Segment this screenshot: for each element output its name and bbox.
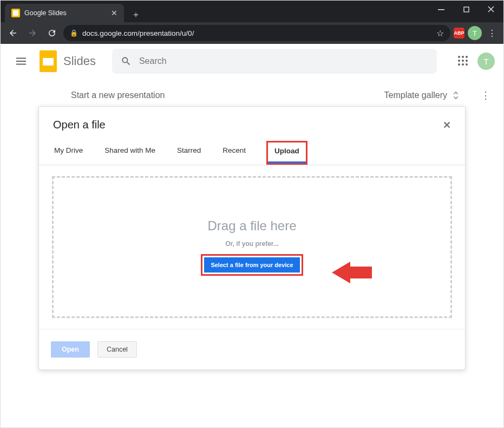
tab-my-drive[interactable]: My Drive	[53, 142, 84, 165]
drop-zone-title: Drag a file here	[207, 218, 296, 234]
search-icon	[121, 56, 132, 67]
tab-upload[interactable]: Upload	[268, 142, 306, 163]
new-tab-button[interactable]: ＋	[128, 7, 143, 22]
browser-tab[interactable]: Google Slides ✕	[5, 4, 124, 22]
forward-button	[24, 25, 41, 41]
back-button[interactable]	[5, 25, 21, 41]
account-avatar[interactable]: T	[477, 53, 495, 70]
url-text: docs.google.com/presentation/u/0/	[82, 29, 432, 37]
main-menu-button[interactable]	[9, 49, 33, 73]
app-title: Slides	[63, 54, 96, 68]
svg-rect-0	[438, 9, 444, 10]
drop-zone-subtitle: Or, if you prefer...	[225, 240, 279, 248]
svg-rect-1	[464, 7, 469, 12]
more-options-button[interactable]: ⋮	[481, 89, 490, 101]
cancel-button[interactable]: Cancel	[97, 341, 137, 358]
unfold-icon	[453, 90, 459, 100]
select-file-button[interactable]: Select a file from your device	[204, 257, 299, 273]
open-file-dialog: Open a file ✕ My Drive Shared with Me St…	[38, 106, 466, 370]
adblock-extension-icon[interactable]: ABP	[454, 28, 464, 38]
browser-menu-button[interactable]: ⋮	[485, 28, 499, 38]
window-minimize-button[interactable]	[429, 1, 454, 18]
dialog-title: Open a file	[53, 119, 106, 131]
file-drop-zone[interactable]: Drag a file here Or, if you prefer... Se…	[52, 176, 452, 318]
template-gallery-button[interactable]: Template gallery	[384, 90, 460, 100]
slides-logo-icon	[40, 50, 57, 72]
open-button: Open	[51, 341, 90, 358]
template-gallery-label: Template gallery	[384, 90, 448, 100]
dialog-close-button[interactable]: ✕	[443, 119, 451, 131]
profile-avatar[interactable]: T	[468, 26, 482, 40]
window-maximize-button[interactable]	[454, 1, 479, 18]
tab-recent[interactable]: Recent	[221, 142, 247, 165]
annotation-arrow-icon	[332, 262, 350, 283]
search-bar[interactable]	[112, 49, 437, 74]
annotation-highlight-select-button: Select a file from your device	[201, 254, 303, 276]
annotation-highlight-upload-tab: Upload	[266, 141, 307, 165]
google-apps-button[interactable]	[458, 56, 469, 67]
address-bar[interactable]: 🔒 docs.google.com/presentation/u/0/ ☆	[63, 25, 450, 41]
window-close-button[interactable]	[479, 1, 503, 18]
tab-close-button[interactable]: ✕	[111, 9, 117, 17]
search-input[interactable]	[139, 56, 428, 66]
reload-button[interactable]	[44, 25, 60, 41]
tab-title: Google Slides	[24, 9, 67, 17]
lock-icon: 🔒	[70, 29, 78, 37]
slides-favicon-icon	[11, 9, 20, 17]
bookmark-star-icon[interactable]: ☆	[436, 28, 444, 38]
tab-starred[interactable]: Starred	[176, 142, 202, 165]
start-new-presentation-label: Start a new presentation	[71, 90, 165, 100]
tab-shared-with-me[interactable]: Shared with Me	[103, 142, 156, 165]
